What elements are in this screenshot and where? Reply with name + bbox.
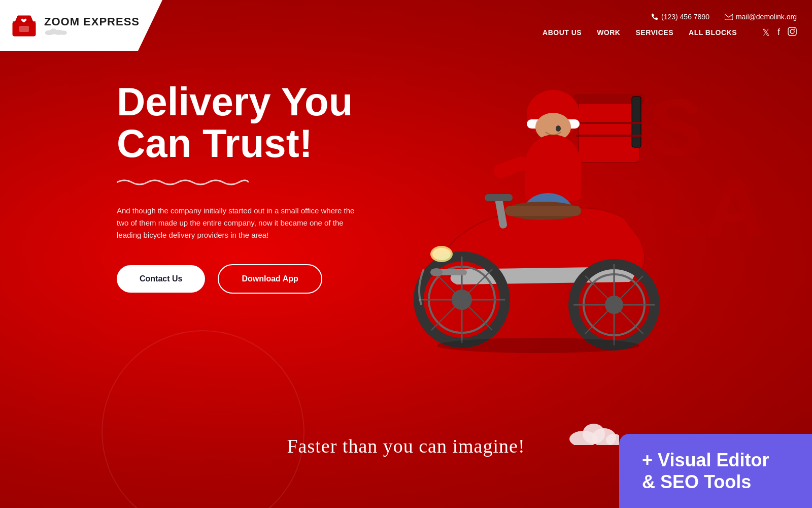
hero-description: And though the company initially started… xyxy=(117,205,360,241)
page-wrapper: Fas DELA Y ZOOM EXPRESS xyxy=(0,0,812,508)
svg-point-48 xyxy=(430,268,443,276)
hero-section: Delivery You Can Trust! And though the c… xyxy=(0,51,396,294)
scooter-svg xyxy=(355,56,710,371)
svg-point-9 xyxy=(794,28,795,29)
visual-editor-badge: + Visual Editor & SEO Tools xyxy=(619,434,812,508)
contact-bar: (123) 456 7890 mail@demolink.org xyxy=(651,13,797,21)
cloud-decoration xyxy=(568,420,619,447)
svg-point-8 xyxy=(790,29,794,34)
logo-text: ZOOM EXPRESS xyxy=(44,16,140,35)
download-app-button[interactable]: Download App xyxy=(218,264,322,294)
svg-rect-6 xyxy=(725,14,733,20)
nav-about[interactable]: ABOUT US xyxy=(543,28,582,37)
hero-title: Delivery You Can Trust! xyxy=(117,81,396,165)
svg-rect-1 xyxy=(19,26,29,32)
header-right: (123) 456 7890 mail@demolink.org ABOUT U… xyxy=(543,0,812,51)
tagline: Faster than you can imagine! xyxy=(287,435,525,457)
contact-us-button[interactable]: Contact Us xyxy=(117,265,205,293)
nav-all-blocks[interactable]: ALL BLOCKS xyxy=(689,28,737,37)
svg-rect-7 xyxy=(788,27,796,36)
header: ZOOM EXPRESS (123) 456 7890 xyxy=(0,0,812,51)
email-icon xyxy=(725,14,733,20)
phone-item: (123) 456 7890 xyxy=(651,13,709,21)
scooter-illustration xyxy=(355,41,710,386)
svg-rect-13 xyxy=(576,122,642,124)
nav-work[interactable]: WORK xyxy=(597,28,620,37)
twitter-icon[interactable]: 𝕏 xyxy=(762,27,770,39)
svg-rect-30 xyxy=(505,206,581,216)
svg-point-19 xyxy=(556,125,561,132)
svg-rect-32 xyxy=(485,194,513,201)
svg-point-5 xyxy=(60,30,67,35)
logo-icon xyxy=(10,12,38,40)
logo-area: ZOOM EXPRESS xyxy=(0,0,162,51)
navigation: ABOUT US WORK SERVICES ALL BLOCKS 𝕏 f xyxy=(543,27,797,39)
instagram-icon[interactable] xyxy=(788,27,797,39)
wavy-decoration xyxy=(117,177,249,187)
svg-rect-10 xyxy=(579,97,639,163)
email-item: mail@demolink.org xyxy=(725,13,797,21)
svg-point-50 xyxy=(432,248,451,260)
logo-cloud-icon xyxy=(44,28,70,35)
svg-point-51 xyxy=(436,338,639,353)
button-group: Contact Us Download App xyxy=(117,264,396,294)
facebook-icon[interactable]: f xyxy=(777,27,780,39)
phone-icon xyxy=(651,13,658,20)
badge-text: + Visual Editor & SEO Tools xyxy=(642,449,789,493)
svg-rect-14 xyxy=(576,135,642,137)
svg-rect-22 xyxy=(492,154,530,180)
social-icons: 𝕏 f xyxy=(762,27,797,39)
nav-services[interactable]: SERVICES xyxy=(635,28,673,37)
